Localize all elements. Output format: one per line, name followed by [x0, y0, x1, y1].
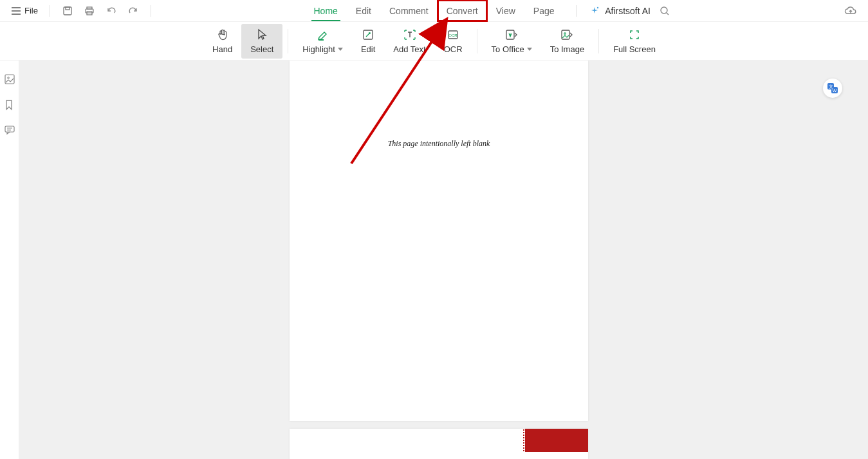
tab-home[interactable]: Home [305, 0, 347, 21]
ribbon-toolbar: Hand Select Highlight Edit Add Text OCR … [0, 22, 868, 61]
svg-point-8 [597, 6, 598, 8]
tab-label: Page [533, 6, 555, 16]
svg-text:W: W [833, 88, 837, 93]
tab-label: Edit [356, 6, 371, 16]
sparkle-icon [589, 6, 600, 16]
page-red-banner [525, 429, 588, 452]
tool-label-text: Edit [361, 44, 375, 54]
tab-edit[interactable]: Edit [347, 0, 380, 21]
document-page-2 [290, 429, 588, 459]
divider [151, 5, 151, 17]
tool-label-text: Select [250, 44, 273, 54]
thumbnail-icon [4, 73, 15, 85]
main-area: This page intentionally left blank [0, 61, 868, 459]
undo-icon [106, 6, 116, 15]
to-office-icon [504, 28, 519, 42]
file-menu-button[interactable]: File [6, 3, 43, 18]
tool-full-screen[interactable]: Full Screen [604, 24, 665, 59]
divider [288, 29, 288, 53]
save-icon [62, 6, 73, 16]
file-label: File [24, 6, 38, 15]
tab-label: Home [314, 6, 338, 16]
svg-text:OCR: OCR [448, 33, 457, 37]
page-blank-text: This page intentionally left blank [290, 139, 588, 149]
ai-button[interactable]: Afirstsoft AI [589, 6, 651, 16]
tool-label-text: To Image [550, 44, 584, 54]
divider [576, 5, 577, 17]
perforation-edge [522, 429, 525, 452]
tab-comment[interactable]: Comment [380, 0, 438, 21]
search-button[interactable] [657, 3, 672, 19]
tab-convert[interactable]: Convert [438, 0, 487, 21]
comments-panel-button[interactable] [4, 125, 15, 136]
tool-label-text: OCR [444, 44, 463, 54]
document-page-1: This page intentionally left blank [290, 61, 588, 421]
print-icon [84, 6, 95, 16]
bookmarks-panel-button[interactable] [4, 99, 15, 111]
chevron-down-icon [527, 48, 532, 51]
save-button[interactable] [59, 2, 77, 20]
divider [50, 5, 50, 17]
redo-button[interactable] [124, 2, 142, 20]
topbar-left: File [6, 2, 158, 20]
tool-add-text[interactable]: Add Text [384, 24, 434, 59]
svg-rect-4 [66, 7, 69, 10]
main-tabs: Home Edit Comment Convert View Page [305, 0, 564, 21]
fullscreen-icon [628, 28, 641, 42]
tool-label-text: Add Text [393, 44, 425, 54]
left-sidebar [0, 61, 19, 459]
tool-label-text: To Office [492, 44, 524, 54]
cursor-icon [256, 28, 268, 42]
top-menu-bar: File [0, 0, 868, 22]
tab-label: Comment [389, 6, 429, 16]
to-image-icon [560, 28, 574, 42]
tool-ocr[interactable]: OCR OCR [435, 24, 472, 59]
svg-line-10 [667, 13, 669, 15]
svg-point-19 [7, 77, 9, 79]
add-text-icon [403, 28, 417, 42]
divider [477, 29, 477, 53]
comment-icon [4, 125, 15, 135]
tool-hand[interactable]: Hand [203, 24, 241, 59]
tab-view[interactable]: View [487, 0, 524, 21]
search-icon [660, 6, 670, 16]
tool-label-text: Highlight [302, 44, 335, 54]
undo-button[interactable] [102, 2, 120, 20]
tab-page[interactable]: Page [524, 0, 564, 21]
tab-label: View [496, 6, 515, 16]
ocr-icon: OCR [447, 28, 459, 42]
svg-point-17 [564, 33, 566, 35]
tool-highlight[interactable]: Highlight [293, 24, 352, 59]
tool-to-office[interactable]: To Office [483, 24, 541, 59]
tool-edit[interactable]: Edit [352, 24, 384, 59]
cloud-upload-icon [844, 6, 857, 16]
thumbnails-panel-button[interactable] [4, 73, 15, 85]
tool-label-text: Full Screen [613, 44, 656, 54]
svg-rect-20 [5, 126, 14, 132]
tab-label: Convert [447, 6, 478, 16]
right-rail [858, 61, 868, 459]
translate-icon: 文 W [826, 82, 839, 95]
document-canvas[interactable]: This page intentionally left blank [19, 61, 858, 459]
hamburger-icon [12, 7, 21, 15]
hand-icon [216, 28, 229, 42]
ai-label: Afirstsoft AI [605, 6, 651, 16]
topbar-right: Afirstsoft AI [569, 2, 862, 20]
svg-point-9 [661, 7, 667, 14]
tool-select[interactable]: Select [241, 24, 282, 59]
translate-floating-button[interactable]: 文 W [823, 79, 842, 98]
divider [598, 29, 599, 53]
print-button[interactable] [80, 2, 98, 20]
edit-icon [362, 28, 374, 42]
redo-icon [128, 6, 138, 15]
cloud-button[interactable] [842, 2, 860, 20]
chevron-down-icon [338, 48, 343, 51]
tool-label-text: Hand [212, 44, 232, 54]
highlighter-icon [317, 28, 329, 42]
tool-to-image[interactable]: To Image [541, 24, 593, 59]
svg-rect-3 [64, 7, 71, 15]
bookmark-icon [4, 99, 14, 111]
